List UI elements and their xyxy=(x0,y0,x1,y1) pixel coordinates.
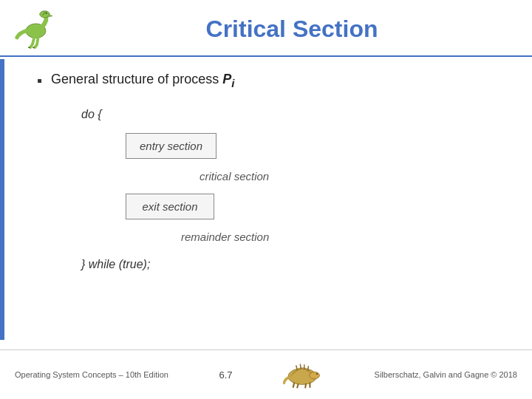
footer-left: Operating System Concepts – 10th Edition xyxy=(15,370,168,379)
entry-section-box: entry section xyxy=(126,133,216,159)
header: Critical Section xyxy=(0,0,532,57)
while-keyword: } while (true); xyxy=(81,254,150,276)
code-line-do: do { xyxy=(81,103,502,127)
code-line-critical: critical section xyxy=(200,163,502,189)
critical-section-label: critical section xyxy=(200,165,269,188)
code-line-exit: exit section xyxy=(126,192,502,221)
process-label: Pi xyxy=(222,72,234,86)
bullet-item: ▪ General structure of process Pi xyxy=(37,72,502,89)
footer: Operating System Concepts – 10th Edition… xyxy=(0,349,532,399)
page-title: Critical Section xyxy=(66,16,517,43)
exit-section-box: exit section xyxy=(126,194,214,219)
bullet-text: General structure of process Pi xyxy=(51,72,234,89)
code-block: do { entry section critical section exit… xyxy=(66,103,502,277)
main-content: ▪ General structure of process Pi do { e… xyxy=(0,57,532,292)
remainder-section-label: remainder section xyxy=(181,225,269,248)
footer-center: 6.7 xyxy=(219,369,232,381)
svg-point-4 xyxy=(310,372,320,379)
slide: Critical Section ▪ General structure of … xyxy=(0,0,532,399)
svg-point-5 xyxy=(316,373,318,375)
left-accent-bar xyxy=(0,59,4,340)
code-line-remainder: remainder section xyxy=(181,224,502,250)
footer-dino-container xyxy=(283,356,324,393)
footer-dino-icon xyxy=(283,356,324,392)
footer-right: Silberschatz, Galvin and Gagne © 2018 xyxy=(375,370,517,379)
process-subscript: i xyxy=(231,77,234,89)
code-line-end: } while (true); xyxy=(81,253,502,277)
bullet-icon: ▪ xyxy=(37,72,42,89)
code-line-entry: entry section xyxy=(126,132,502,160)
do-keyword: do { xyxy=(81,104,102,126)
raptor-logo xyxy=(15,9,59,50)
